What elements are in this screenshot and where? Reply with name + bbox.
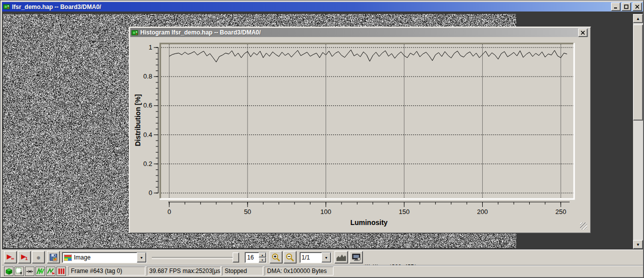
display-slider-track[interactable]: [152, 257, 233, 259]
region-star-icon: [15, 268, 23, 275]
fps-status-panel: 39.687 FPS max:25203[µs]: [147, 266, 221, 276]
record-icon: ●: [36, 254, 40, 261]
scrollbar-thumb[interactable]: [633, 24, 643, 120]
spin-up-icon: ▲: [261, 254, 264, 256]
display-mode-combobox[interactable]: Image ▼: [62, 252, 147, 263]
spin-down-icon: ▼: [261, 258, 264, 262]
scroll-down-button[interactable]: ▼: [633, 240, 643, 249]
histogram-close-button[interactable]: [578, 28, 588, 37]
svg-text:100: 100: [321, 208, 331, 216]
spin-down-button[interactable]: ▼: [259, 258, 266, 262]
svg-text:0: 0: [167, 208, 171, 216]
svg-text:250: 250: [555, 208, 566, 216]
frame-count-spinners: ▲ ▼: [259, 252, 266, 262]
monitor-icon: [352, 254, 361, 261]
arrow-up-icon: ▲: [636, 16, 640, 21]
minimize-button[interactable]: [611, 2, 621, 11]
frame-count-spinbox[interactable]: 16 ▲ ▼: [245, 252, 267, 263]
svg-text:50: 50: [244, 208, 251, 216]
histogram-tool-button[interactable]: [334, 251, 348, 264]
dma-status-panel: DMA: 0x100000 Bytes: [265, 266, 333, 276]
record-button[interactable]: ●: [32, 251, 45, 264]
cube-icon: [5, 268, 12, 275]
svg-text:0.2: 0.2: [143, 160, 152, 168]
display-mode-value: Image: [74, 254, 90, 261]
zoom-level-value: 1/1: [302, 254, 310, 261]
zoom-level-combobox[interactable]: 1/1 ▼: [300, 252, 331, 263]
titlebar[interactable]: lfsr_demo.hap -- Board3/DMA0/: [2, 2, 643, 12]
client-area: ▲ ▼ Histogram lfsr_demo.hap -- Board3/DM…: [2, 12, 643, 250]
close-button[interactable]: [633, 2, 642, 11]
display-mode-dropdown-button[interactable]: ▼: [137, 252, 146, 262]
scroll-up-button[interactable]: ▲: [633, 14, 643, 23]
spin-up-button[interactable]: ▲: [259, 252, 266, 258]
image-thumbnail-icon: [64, 254, 72, 261]
x-axis-title: Luminosity: [350, 218, 388, 226]
svg-text:0: 0: [149, 189, 152, 196]
vertical-scrollbar[interactable]: ▲ ▼: [633, 14, 643, 249]
signal-double-button[interactable]: [35, 266, 45, 276]
zoom-out-button[interactable]: [284, 251, 297, 264]
frame-count-value: 16: [247, 254, 254, 261]
histogram-titlebar[interactable]: Histogram lfsr_demo.hap -- Board3/DMA0/: [130, 28, 589, 37]
dropdown-arrow-icon: ▼: [140, 256, 143, 260]
line-star-icon: [26, 268, 33, 275]
play-single-button[interactable]: ▶1: [18, 251, 31, 264]
zoom-in-icon: [272, 253, 281, 262]
fps-status-text: 39.687 FPS max:25203[µs]: [149, 268, 221, 274]
svg-text:1: 1: [149, 44, 152, 51]
dma-status-text: DMA: 0x100000 Bytes: [267, 268, 326, 274]
svg-text:0.6: 0.6: [143, 102, 152, 109]
double-zigzag-icon: [36, 268, 44, 275]
zoom-in-button[interactable]: [270, 251, 283, 264]
window-title: lfsr_demo.hap -- Board3/DMA0/: [12, 4, 610, 10]
signal-trigger-button[interactable]: [46, 266, 55, 276]
svg-text:150: 150: [399, 208, 410, 216]
bars-tool-button[interactable]: [56, 266, 66, 276]
histogram-window-icon: [131, 30, 138, 36]
play-single-icon: ▶1: [21, 254, 27, 261]
red-bars-icon: [58, 268, 65, 275]
zoom-level-dropdown-button[interactable]: ▼: [322, 252, 331, 262]
svg-text:200: 200: [477, 208, 488, 216]
save-image-button[interactable]: [47, 251, 60, 264]
distribution-chart: 00.20.40.60.81050100150200250Distributio…: [130, 37, 589, 231]
resize-grip[interactable]: [580, 222, 587, 230]
histogram-window-title: Histogram lfsr_demo.hap -- Board3/DMA0/: [140, 29, 577, 36]
play-continuous-button[interactable]: ▶∞: [4, 251, 17, 264]
arrow-down-icon: ▼: [636, 242, 640, 247]
statusbar: Frame #643 (tag 0) 39.687 FPS max:25203[…: [2, 265, 643, 277]
toolbar: ▶∞ ▶1 ● Image: [2, 250, 643, 265]
zoom-out-icon: [286, 253, 295, 262]
save-icon: [49, 254, 58, 262]
histogram-chart-area: 00.20.40.60.81050100150200250Distributio…: [130, 37, 589, 231]
histogram-icon: [336, 254, 346, 261]
state-status-text: Stopped: [225, 268, 247, 274]
svg-text:0.4: 0.4: [143, 131, 152, 138]
svg-text:0.8: 0.8: [143, 72, 152, 80]
app-icon: [3, 4, 10, 10]
frame-status-text: Frame #643 (tag 0): [71, 268, 122, 274]
app-window: lfsr_demo.hap -- Board3/DMA0/ ▲ ▼ Histog: [0, 0, 644, 278]
maximize-button[interactable]: [622, 2, 631, 11]
grab-tool-button[interactable]: [4, 266, 13, 276]
display-slider-thumb[interactable]: [233, 252, 239, 262]
histogram-window: Histogram lfsr_demo.hap -- Board3/DMA0/ …: [129, 26, 591, 234]
dropdown-arrow-icon: ▼: [324, 256, 328, 260]
zigzag-arrow-icon: [47, 268, 55, 275]
y-axis-title: Distribution [%]: [134, 94, 142, 146]
frame-status-panel: Frame #643 (tag 0): [68, 266, 145, 276]
state-status-panel: Stopped: [222, 266, 263, 276]
line-profile-button[interactable]: [25, 266, 34, 276]
display-settings-button[interactable]: [349, 251, 363, 264]
play-continuous-icon: ▶∞: [7, 254, 14, 261]
region-select-button[interactable]: [14, 266, 24, 276]
